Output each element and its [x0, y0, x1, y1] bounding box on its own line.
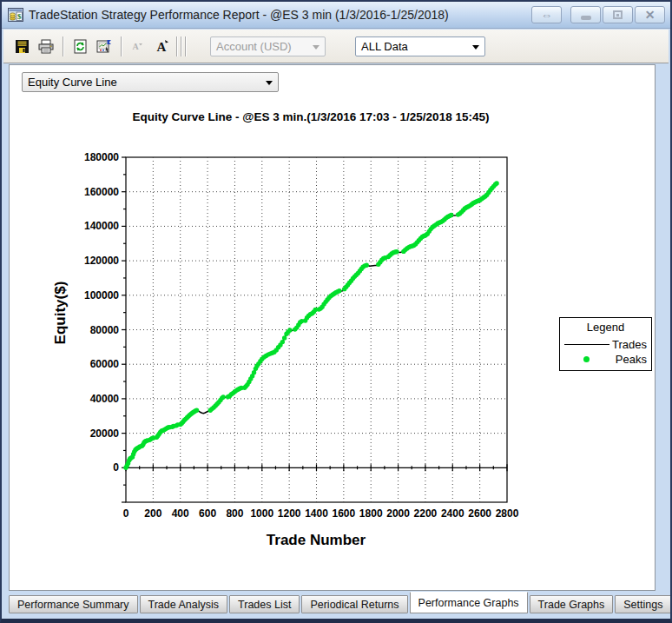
svg-text:100000: 100000 [84, 289, 119, 302]
data-range-combobox[interactable]: ALL Data [355, 36, 485, 56]
refresh-page-icon [73, 39, 88, 54]
svg-text:80000: 80000 [90, 324, 120, 336]
font-increase-icon: A [155, 38, 170, 54]
svg-text:120000: 120000 [84, 255, 119, 267]
performance-graphs-panel: 0200400600800100012001400160018002000220… [9, 64, 656, 591]
y-axis-title: Equity($) [52, 282, 69, 345]
legend-label-peaks: Peaks [615, 353, 647, 366]
svg-text:1600: 1600 [333, 507, 356, 520]
svg-text:0: 0 [123, 507, 129, 520]
chevron-down-icon [266, 81, 273, 85]
minimize-icon [581, 16, 591, 20]
svg-text:1200: 1200 [278, 507, 301, 520]
report-settings-icon [96, 39, 112, 54]
svg-text:600: 600 [199, 507, 216, 520]
svg-text:160000: 160000 [84, 186, 119, 198]
svg-text:180000: 180000 [84, 151, 119, 163]
trades-line-sample [564, 344, 612, 345]
svg-text:200: 200 [144, 507, 161, 520]
account-combobox-value: Account (USD) [216, 40, 292, 53]
legend-entry-trades: Trades [564, 337, 647, 352]
svg-text:400: 400 [172, 507, 189, 520]
maximize-button[interactable] [603, 6, 633, 23]
svg-text:A: A [157, 40, 167, 54]
svg-text:2800: 2800 [496, 507, 519, 520]
x-axis-title: Trade Number [267, 532, 366, 548]
titlebar[interactable]: $ TradeStation Strategy Performance Repo… [2, 2, 670, 29]
font-decrease-icon: A [131, 39, 145, 53]
minimize-button[interactable] [570, 6, 601, 23]
legend-label-trades: Trades [612, 338, 647, 351]
refresh-button[interactable] [69, 36, 90, 56]
toolbar-separator [185, 36, 186, 56]
performance-report-window: $ TradeStation Strategy Performance Repo… [0, 0, 672, 623]
graph-type-combobox-value: Equity Curve Line [28, 76, 117, 89]
printer-icon [38, 39, 54, 54]
save-button[interactable] [11, 36, 32, 56]
toolbar-separator [121, 36, 122, 56]
svg-text:800: 800 [226, 507, 243, 520]
dock-toggle-button[interactable]: ⇔ [531, 6, 562, 23]
maximize-icon [613, 10, 623, 19]
svg-text:1800: 1800 [359, 507, 383, 520]
legend-entry-peaks: Peaks [564, 352, 647, 367]
tab-trades-list[interactable]: Trades List [229, 595, 300, 613]
svg-text:140000: 140000 [84, 220, 119, 232]
chart-title: Equity Curve Line - @ES 3 min.(1/3/2016 … [133, 110, 490, 123]
svg-text:2200: 2200 [414, 507, 438, 520]
close-button[interactable]: ✕ [635, 6, 665, 23]
tab-performance-graphs[interactable]: Performance Graphs [410, 592, 528, 613]
print-button[interactable] [36, 36, 56, 56]
peaks-dot-sample [564, 356, 615, 362]
legend-title: Legend [564, 321, 647, 334]
toolbar-separator [63, 36, 63, 56]
toolbar-separator [181, 36, 181, 56]
save-floppy-icon [15, 39, 30, 54]
data-range-combobox-value: ALL Data [361, 40, 408, 53]
font-decrease-button[interactable]: A [128, 36, 148, 56]
chevron-down-icon [472, 45, 479, 50]
chart-legend: Legend Trades Peaks [559, 317, 652, 371]
svg-text:0: 0 [113, 461, 119, 474]
left-right-arrow-icon: ⇔ [541, 9, 552, 22]
svg-text:1400: 1400 [305, 507, 328, 520]
svg-text:2400: 2400 [441, 507, 464, 520]
toolbar: A A Account (USD) ALL Data [3, 30, 669, 63]
tab-periodical-returns[interactable]: Periodical Returns [301, 595, 407, 613]
svg-text:1000: 1000 [250, 507, 273, 520]
app-icon: $ [8, 8, 23, 22]
svg-text:60000: 60000 [90, 358, 120, 370]
report-settings-button[interactable] [94, 36, 115, 56]
graph-type-combobox[interactable]: Equity Curve Line [22, 72, 279, 92]
svg-text:2000: 2000 [386, 507, 410, 520]
account-combobox[interactable]: Account (USD) [210, 36, 326, 56]
tab-trade-graphs[interactable]: Trade Graphs [530, 595, 614, 613]
tab-settings[interactable]: Settings [615, 595, 671, 613]
tab-performance-summary[interactable]: Performance Summary [9, 595, 138, 613]
report-tabstrip: Performance Summary Trade Analysis Trade… [9, 592, 667, 615]
svg-text:2600: 2600 [468, 507, 491, 520]
toolbar-separator [176, 36, 177, 56]
window-title: TradeStation Strategy Performance Report… [29, 8, 449, 22]
close-icon: ✕ [645, 8, 656, 22]
svg-text:40000: 40000 [90, 393, 120, 405]
svg-text:A: A [132, 42, 139, 51]
chevron-down-icon [313, 45, 320, 50]
svg-text:20000: 20000 [90, 427, 120, 440]
font-increase-button[interactable]: A [152, 36, 173, 56]
svg-text:$: $ [17, 12, 22, 21]
tab-trade-analysis[interactable]: Trade Analysis [140, 595, 228, 613]
